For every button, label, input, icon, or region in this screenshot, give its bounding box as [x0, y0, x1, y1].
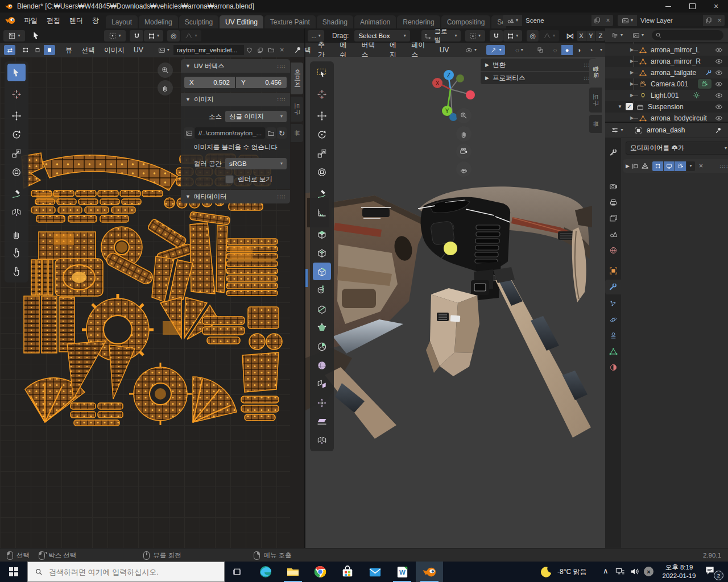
image-path-field[interactable]: //..\common\rayton_... [195, 127, 265, 139]
outliner-display-mode-dropdown[interactable]: ▾ [608, 30, 626, 40]
uv-select-mode-edge[interactable] [32, 45, 43, 55]
uv-vertex-x-field[interactable]: X0.502 [184, 77, 235, 88]
modifier-wrench-icon[interactable] [705, 69, 712, 76]
taskbar-edge-icon[interactable] [252, 562, 279, 582]
viewlayer-type-dropdown[interactable]: ▾ [618, 15, 637, 26]
uv-tool-sample[interactable] [7, 203, 26, 221]
gizmos-dropdown[interactable]: ▾ [486, 45, 505, 55]
uv-snap-target-dropdown[interactable]: ▾ [144, 30, 163, 41]
taskbar-search-box[interactable] [27, 562, 225, 582]
image-reload-button[interactable]: ↻ [277, 127, 287, 139]
viewport-tool-dropdown[interactable]: ...▾ [308, 30, 324, 41]
tab-modifier-active[interactable] [605, 280, 621, 294]
view-as-render-checkbox[interactable] [225, 175, 234, 184]
workspace-tab-layout[interactable]: Layout [106, 15, 138, 28]
blender-logo-icon[interactable] [5, 16, 16, 25]
panel-image-header[interactable]: ▼이미지∷∷ [181, 93, 290, 106]
weather-moon-icon[interactable] [540, 566, 553, 578]
workspace-tab-modeling[interactable]: Modeling [139, 15, 178, 28]
object-visibility-dropdown[interactable]: ▾ [461, 45, 480, 55]
viewport-camera-gizmo[interactable] [456, 144, 471, 159]
panel-metadata-header[interactable]: ▼메타데이터∷∷ [181, 190, 290, 203]
snap-toggle[interactable] [490, 30, 503, 41]
viewport-tab-tool[interactable]: 도구 [589, 88, 602, 113]
uv-tab-tool[interactable]: 도구 [291, 97, 303, 122]
tool-move[interactable] [313, 107, 331, 124]
menu-window[interactable]: 창 [88, 16, 104, 26]
tool-spin[interactable] [313, 338, 331, 355]
outliner-row-camera[interactable]: ▶ Camera.001 [605, 78, 728, 90]
shading-material-toggle[interactable]: ◑ [573, 45, 585, 55]
workspace-tab-shading[interactable]: Shading [317, 15, 353, 28]
light-data-icon[interactable] [693, 92, 700, 99]
image-open-button[interactable] [266, 127, 276, 139]
scene-new-button[interactable] [592, 15, 603, 26]
taskbar-explorer-icon[interactable] [279, 562, 307, 582]
uv-select-mode-vertex[interactable] [20, 45, 31, 55]
drag-mode-dropdown[interactable]: Select Box▾ [354, 30, 410, 41]
menu-edit[interactable]: 편집 [42, 16, 65, 26]
shading-solid-toggle[interactable]: ● [561, 45, 573, 55]
uv-image-name-field[interactable]: rayton_mr_vehiclet... [173, 45, 244, 55]
maximize-button[interactable] [680, 0, 704, 13]
tool-rotate[interactable] [313, 126, 331, 143]
tool-shrink-fatten[interactable] [313, 394, 331, 411]
viewport-tab-item[interactable]: 항목 [589, 59, 602, 85]
uv-image-unlink-button[interactable]: × [277, 45, 287, 55]
tray-clock[interactable]: 오후 8:19 2022-01-19 [660, 563, 698, 580]
modifier-extras-dropdown[interactable]: ▾ [686, 161, 695, 171]
uv-pin-icon[interactable] [294, 46, 302, 54]
task-view-button[interactable] [225, 562, 250, 582]
uv-image-fake-user-toggle[interactable] [245, 45, 255, 55]
tool-cursor[interactable] [313, 85, 331, 103]
hide-eye-icon[interactable] [715, 103, 723, 111]
viewlayer-name-field[interactable]: View Layer [637, 15, 703, 26]
tray-network-icon[interactable] [615, 567, 625, 576]
uv-tool-scale[interactable] [7, 144, 26, 162]
image-colorspace-dropdown[interactable]: sRGB▾ [225, 158, 287, 169]
viewport-menu-uv[interactable]: UV [435, 46, 454, 54]
add-modifier-dropdown[interactable]: 모디파이어를 추가▾ [626, 142, 728, 155]
modifier-panel-header[interactable]: ▶ ▾ × ∷∷ [623, 159, 728, 173]
tool-annotate[interactable] [313, 185, 331, 202]
hide-eye-icon[interactable] [715, 114, 723, 122]
tool-select-box[interactable] [313, 64, 331, 81]
tool-bevel[interactable] [313, 263, 331, 280]
modifier-editmode-toggle[interactable] [652, 161, 663, 171]
viewlayer-new-button[interactable] [703, 15, 714, 26]
viewport-tab-view[interactable]: 뷰 [589, 115, 602, 133]
menu-file[interactable]: 파일 [19, 16, 42, 26]
uv-tool-cursor[interactable] [7, 85, 26, 103]
scene-type-dropdown[interactable]: ▾ [503, 15, 522, 26]
snap-target-dropdown[interactable]: ▾ [503, 30, 522, 41]
tool-poly-build[interactable] [313, 319, 331, 336]
workspace-tab-compositing[interactable]: Compositing [441, 15, 491, 28]
mirror-z-toggle[interactable]: Z [596, 31, 605, 41]
viewlayer-remove-button[interactable]: × [714, 15, 725, 26]
uv-tool-pinch[interactable] [7, 263, 26, 280]
tab-tool[interactable] [605, 146, 621, 159]
notification-center-button[interactable]: 2 [704, 565, 721, 579]
taskbar-chrome-icon[interactable] [307, 562, 334, 582]
workspace-tab-sculpting[interactable]: Sculpting [179, 15, 218, 28]
viewport-pan-gizmo[interactable] [456, 126, 471, 142]
viewport-ortho-gizmo[interactable] [456, 161, 471, 177]
menu-render[interactable]: 렌더 [65, 16, 88, 26]
modifier-drag-handle[interactable]: ∷∷ [719, 163, 728, 169]
uv-tab-image[interactable]: 이미지 [291, 63, 303, 94]
tool-smooth[interactable] [313, 356, 331, 374]
uv-sync-selection-toggle[interactable]: ⇄ [4, 45, 15, 55]
tab-data[interactable] [605, 344, 621, 358]
outliner-row-bodycircuit[interactable]: ▶ arrona_bodycircuit [605, 113, 728, 122]
panel-uv-vertex-header[interactable]: ▼UV 버텍스∷∷ [181, 59, 290, 73]
tool-rip-region[interactable] [313, 431, 331, 449]
uv-menu-select[interactable]: 선택 [77, 45, 100, 55]
uv-menu-uv[interactable]: UV [129, 46, 148, 54]
active-camera-button[interactable] [698, 79, 712, 89]
npanel-properties-header[interactable]: ▶프로퍼티스∷∷ [481, 72, 597, 84]
uv-select-mode-face[interactable] [44, 45, 55, 55]
tray-disconnect-icon[interactable]: × [644, 567, 653, 576]
uv-proportional-falloff-dropdown[interactable]: ▾ [181, 30, 201, 41]
uv-tool-move[interactable] [7, 107, 26, 124]
uv-pivot-dropdown[interactable]: ▾ [104, 30, 126, 41]
